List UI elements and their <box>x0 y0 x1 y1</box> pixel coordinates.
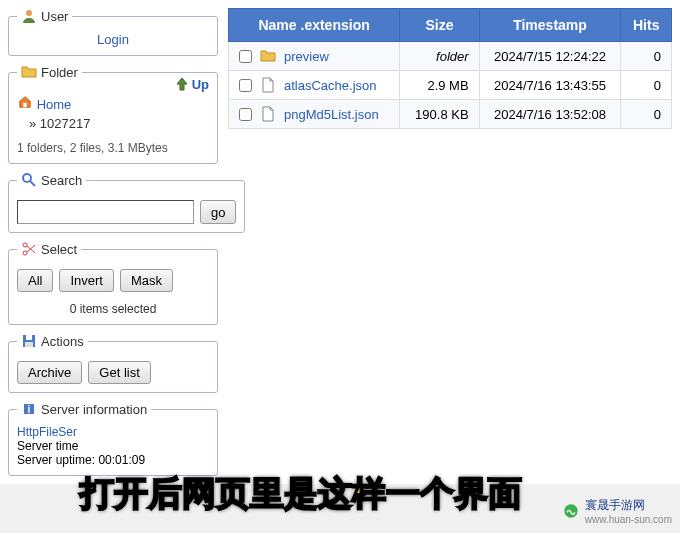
breadcrumb: Home » 1027217 <box>17 94 209 131</box>
getlist-button[interactable]: Get list <box>88 361 150 384</box>
size-cell: folder <box>400 42 479 71</box>
search-legend-text: Search <box>41 173 82 188</box>
user-panel: User Login <box>8 8 218 56</box>
table-row: pngMd5List.json190.8 KB2024/7/16 13:52:0… <box>229 100 672 129</box>
svg-rect-10 <box>25 342 33 347</box>
actions-panel: Actions Archive Get list <box>8 333 218 393</box>
folder-open-icon <box>21 64 37 80</box>
server-uptime-value: 00:01:09 <box>98 453 145 467</box>
scissors-icon <box>21 241 37 257</box>
file-link[interactable]: atlasCache.json <box>284 78 377 93</box>
caption-overlay: 打开后网页里是这样一个界面 <box>80 471 522 517</box>
svg-point-5 <box>23 251 27 255</box>
file-table: Name .extension Size Timestamp Hits prev… <box>228 8 672 129</box>
up-label: Up <box>192 77 209 92</box>
server-time-label: Server time <box>17 439 78 453</box>
size-cell: 190.8 KB <box>400 100 479 129</box>
current-folder: 1027217 <box>40 116 91 131</box>
svg-point-4 <box>23 243 27 247</box>
watermark-logo-icon <box>563 503 579 519</box>
timestamp-cell: 2024/7/15 12:24:22 <box>479 42 621 71</box>
server-info-panel: i Server information HttpFileSer Server … <box>8 401 218 476</box>
search-input[interactable] <box>17 200 194 224</box>
svg-point-0 <box>26 10 32 16</box>
search-legend: Search <box>17 172 86 188</box>
row-checkbox[interactable] <box>239 79 252 92</box>
timestamp-cell: 2024/7/16 13:52:08 <box>479 100 621 129</box>
up-link[interactable]: Up <box>174 76 209 92</box>
file-link[interactable]: preview <box>284 49 329 64</box>
actions-legend-text: Actions <box>41 334 84 349</box>
hits-cell: 0 <box>621 42 672 71</box>
home-link[interactable]: Home <box>37 97 72 112</box>
home-icon <box>17 94 33 110</box>
search-icon <box>21 172 37 188</box>
hits-cell: 0 <box>621 71 672 100</box>
row-checkbox[interactable] <box>239 50 252 63</box>
svg-point-13 <box>564 504 577 517</box>
file-icon <box>260 77 276 93</box>
col-timestamp[interactable]: Timestamp <box>479 9 621 42</box>
table-row: atlasCache.json2.9 MB2024/7/16 13:43:550 <box>229 71 672 100</box>
folder-stats: 1 folders, 2 files, 3.1 MBytes <box>17 141 209 155</box>
search-panel: Search go <box>8 172 245 233</box>
go-button[interactable]: go <box>200 200 236 224</box>
user-legend-text: User <box>41 9 68 24</box>
select-legend: Select <box>17 241 81 257</box>
folder-legend: Folder <box>17 64 82 80</box>
login-link[interactable]: Login <box>17 32 209 47</box>
row-checkbox[interactable] <box>239 108 252 121</box>
server-uptime-label: Server uptime: <box>17 453 95 467</box>
server-legend-text: Server information <box>41 402 147 417</box>
select-legend-text: Select <box>41 242 77 257</box>
select-all-button[interactable]: All <box>17 269 53 292</box>
select-panel: Select All Invert Mask 0 items selected <box>8 241 218 325</box>
folder-legend-text: Folder <box>41 65 78 80</box>
disk-icon <box>21 333 37 349</box>
watermark: 寰晟手游网 www.huan-sun.com <box>563 497 672 525</box>
svg-rect-1 <box>23 103 27 107</box>
actions-legend: Actions <box>17 333 88 349</box>
invert-button[interactable]: Invert <box>59 269 114 292</box>
server-link[interactable]: HttpFileSer <box>17 425 77 439</box>
server-legend: i Server information <box>17 401 151 417</box>
folder-icon <box>260 48 276 64</box>
folder-panel: Folder Up Home » 1027217 1 folders, 2 fi… <box>8 64 218 164</box>
size-cell: 2.9 MB <box>400 71 479 100</box>
info-icon: i <box>21 401 37 417</box>
watermark-title: 寰晟手游网 <box>585 497 672 514</box>
col-hits[interactable]: Hits <box>621 9 672 42</box>
up-arrow-icon <box>174 76 190 92</box>
user-legend: User <box>17 8 72 24</box>
svg-line-3 <box>30 181 35 186</box>
selected-count: 0 items selected <box>17 302 209 316</box>
watermark-sub: www.huan-sun.com <box>585 514 672 525</box>
svg-line-6 <box>27 246 35 253</box>
file-link[interactable]: pngMd5List.json <box>284 107 379 122</box>
mask-button[interactable]: Mask <box>120 269 173 292</box>
svg-line-7 <box>27 245 35 252</box>
table-row: previewfolder2024/7/15 12:24:220 <box>229 42 672 71</box>
col-size[interactable]: Size <box>400 9 479 42</box>
file-icon <box>260 106 276 122</box>
timestamp-cell: 2024/7/16 13:43:55 <box>479 71 621 100</box>
svg-text:i: i <box>28 404 31 415</box>
col-name[interactable]: Name .extension <box>229 9 400 42</box>
svg-point-2 <box>23 174 31 182</box>
user-icon <box>21 8 37 24</box>
hits-cell: 0 <box>621 100 672 129</box>
svg-rect-9 <box>26 335 32 340</box>
archive-button[interactable]: Archive <box>17 361 82 384</box>
